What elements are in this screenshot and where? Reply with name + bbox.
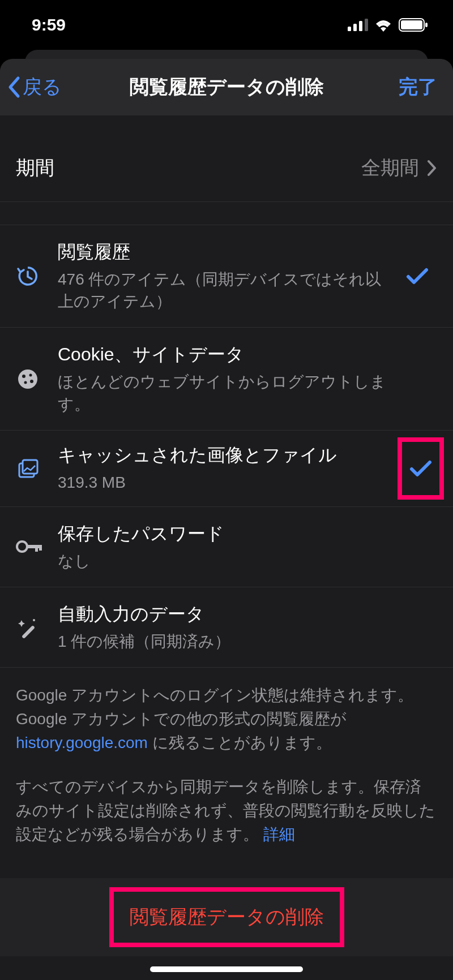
cellular-icon [348, 19, 368, 31]
svg-rect-5 [401, 20, 422, 29]
chevron-left-icon [7, 76, 23, 98]
cookies-sub: ほとんどのウェブサイトからログアウトします。 [58, 371, 388, 415]
cached-images-sub: 319.3 MB [58, 471, 388, 493]
autofill-sub: 1 件の候補（同期済み） [58, 630, 388, 652]
svg-rect-3 [365, 19, 368, 31]
svg-point-10 [24, 381, 27, 384]
cookies-row[interactable]: Cookie、サイトデータ ほとんどのウェブサイトからログアウトします。 [0, 328, 453, 430]
footer-note-2: すべてのデバイスから同期データを削除します。保存済みのサイト設定は削除されず、普… [0, 755, 453, 846]
chevron-right-icon [427, 160, 437, 177]
check-icon [406, 267, 429, 286]
status-bar: 9:59 [0, 0, 453, 50]
saved-passwords-sub: なし [58, 550, 388, 572]
browsing-history-sub: 476 件のアイテム（同期デバイスではそれ以上のアイテム） [58, 268, 388, 312]
autofill-row[interactable]: 自動入力のデータ 1 件の候補（同期済み） [0, 587, 453, 668]
svg-point-19 [33, 619, 35, 621]
saved-passwords-row[interactable]: 保存したパスワード なし [0, 507, 453, 587]
svg-point-7 [18, 369, 37, 389]
cached-images-title: キャッシュされた画像とファイル [58, 443, 388, 468]
check-icon [409, 459, 432, 478]
svg-rect-6 [425, 23, 428, 27]
svg-rect-2 [359, 21, 362, 31]
saved-passwords-title: 保存したパスワード [58, 522, 388, 547]
svg-rect-13 [23, 460, 37, 474]
page-title: 閲覧履歴データの削除 [130, 74, 324, 100]
svg-point-9 [29, 373, 32, 376]
time-range-value: 全期間 [361, 155, 419, 181]
cookies-title: Cookie、サイトデータ [58, 342, 388, 367]
svg-rect-18 [22, 625, 35, 639]
svg-rect-0 [348, 27, 351, 31]
time-range-label: 期間 [16, 155, 54, 181]
back-button[interactable]: 戻る [7, 74, 62, 100]
autofill-title: 自動入力のデータ [58, 602, 388, 627]
battery-icon [399, 18, 428, 32]
nav-bar: 戻る 閲覧履歴データの削除 完了 [0, 59, 453, 115]
key-icon [16, 538, 42, 555]
svg-rect-17 [39, 545, 42, 551]
wand-icon [16, 616, 40, 639]
modal-sheet: 戻る 閲覧履歴データの削除 完了 期間 全期間 閲覧履歴 476 件のアイテム（… [0, 59, 453, 980]
status-icons [348, 18, 428, 32]
svg-point-11 [30, 380, 33, 383]
history-icon [16, 264, 40, 288]
content-scroll[interactable]: 期間 全期間 閲覧履歴 476 件のアイテム（同期デバイスではそれ以上のアイテム… [0, 115, 453, 980]
back-label: 戻る [23, 74, 62, 100]
cookie-icon [16, 367, 40, 391]
status-time: 9:59 [32, 15, 66, 35]
done-button[interactable]: 完了 [399, 74, 437, 100]
svg-point-8 [22, 375, 25, 378]
highlight-annotation [398, 437, 444, 500]
wifi-icon [374, 18, 393, 32]
footer-note-1: Google アカウントへのログイン状態は維持されます。Google アカウント… [0, 668, 453, 755]
browsing-history-title: 閲覧履歴 [58, 240, 388, 265]
details-link[interactable]: 詳細 [263, 826, 295, 843]
action-section: 閲覧履歴データの削除 [0, 878, 453, 956]
browsing-history-row[interactable]: 閲覧履歴 476 件のアイテム（同期デバイスではそれ以上のアイテム） [0, 225, 453, 328]
home-indicator[interactable] [150, 966, 303, 972]
history-link[interactable]: history.google.com [16, 734, 148, 751]
image-icon [16, 457, 40, 480]
clear-data-button[interactable]: 閲覧履歴データの削除 [109, 887, 344, 947]
svg-rect-1 [353, 24, 357, 31]
svg-point-14 [17, 541, 27, 552]
cached-images-row[interactable]: キャッシュされた画像とファイル 319.3 MB [0, 431, 453, 507]
svg-rect-15 [27, 545, 40, 548]
svg-rect-16 [35, 545, 38, 552]
time-range-row[interactable]: 期間 全期間 [0, 135, 453, 202]
